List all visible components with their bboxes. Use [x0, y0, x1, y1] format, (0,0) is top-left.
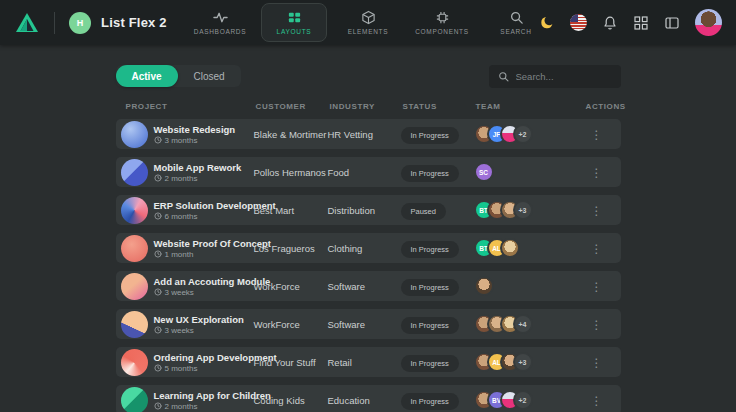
project-duration: 2 months: [154, 174, 254, 183]
us-flag-icon[interactable]: [570, 14, 587, 31]
actions-cell: ⋮: [584, 201, 621, 219]
panel-icon[interactable]: [664, 15, 680, 31]
row-menu-button[interactable]: ⋮: [591, 128, 603, 142]
row-menu-button[interactable]: ⋮: [591, 356, 603, 370]
project-duration: 3 months: [154, 136, 254, 145]
clock-icon: [154, 136, 162, 144]
user-avatar[interactable]: [695, 9, 722, 36]
row-menu-button[interactable]: ⋮: [591, 280, 603, 294]
project-cell: Learning App for Children 2 months: [154, 390, 254, 411]
duration-text: 3 weeks: [165, 288, 194, 297]
team-cell: BV+2: [474, 390, 584, 410]
table-row[interactable]: New UX Exploration 3 weeks WorkForce Sof…: [116, 309, 621, 339]
project-icon-cell: [121, 197, 154, 224]
actions-cell: ⋮: [584, 353, 621, 371]
project-icon-cell: [121, 273, 154, 300]
project-duration: 2 months: [154, 402, 254, 411]
app-logo-icon[interactable]: [14, 10, 40, 36]
status-badge: In Progress: [401, 165, 459, 182]
table-row[interactable]: Learning App for Children 2 months Codin…: [116, 385, 621, 412]
topbar: H List Flex 2 DASHBOARDS LAYOUTS ELEMENT…: [0, 0, 736, 45]
chip-icon: [435, 10, 450, 25]
team-overflow-count: +2: [513, 390, 533, 410]
team-cell: +4: [474, 314, 584, 334]
table-row[interactable]: Website Proof Of Concept 1 month Los Fra…: [116, 233, 621, 263]
team-cell: AL+3: [474, 352, 584, 372]
duration-text: 3 weeks: [165, 326, 194, 335]
project-icon: [121, 235, 148, 262]
row-menu-button[interactable]: ⋮: [591, 204, 603, 218]
main-nav: DASHBOARDS LAYOUTS ELEMENTS COMPONENTS: [187, 0, 549, 45]
nav-item-elements[interactable]: ELEMENTS: [335, 3, 401, 42]
col-header-industry: INDUSTRY: [330, 102, 403, 111]
row-menu-button[interactable]: ⋮: [591, 166, 603, 180]
project-cell: Website Redesign 3 months: [154, 124, 254, 145]
actions-cell: ⋮: [584, 315, 621, 333]
actions-cell: ⋮: [584, 239, 621, 257]
filter-active-button[interactable]: Active: [116, 65, 178, 87]
list-controls: Active Closed: [116, 64, 621, 88]
status-badge: In Progress: [401, 393, 459, 410]
status-cell: In Progress: [401, 352, 474, 372]
industry-cell: Education: [328, 395, 401, 406]
team-avatar-photo: [474, 276, 494, 296]
project-cell: Mobile App Rework 2 months: [154, 162, 254, 183]
actions-cell: ⋮: [584, 125, 621, 143]
bell-icon[interactable]: [602, 15, 618, 31]
duration-text: 3 months: [165, 136, 198, 145]
nav-item-search[interactable]: SEARCH: [483, 3, 549, 42]
project-name: Learning App for Children: [154, 390, 254, 402]
grid-icon: [287, 10, 302, 25]
nav-item-components[interactable]: COMPONENTS: [409, 3, 475, 42]
table-row[interactable]: Add an Accouting Module 3 weeks WorkForc…: [116, 271, 621, 301]
status-badge: In Progress: [401, 317, 459, 334]
industry-cell: Clothing: [328, 243, 401, 254]
team-cell: BTAL: [474, 238, 584, 258]
page-title: List Flex 2: [101, 15, 167, 30]
team-overflow-count: +2: [513, 124, 533, 144]
clock-icon: [154, 174, 162, 182]
industry-cell: Distribution: [328, 205, 401, 216]
topbar-actions: [540, 9, 722, 36]
clock-icon: [154, 364, 162, 372]
project-cell: New UX Exploration 3 weeks: [154, 314, 254, 335]
team-overflow-count: +3: [513, 352, 533, 372]
customer-cell: Best Mart: [254, 205, 328, 216]
duration-text: 2 months: [165, 402, 198, 411]
project-duration: 6 months: [154, 212, 254, 221]
clock-icon: [154, 288, 162, 296]
row-menu-button[interactable]: ⋮: [591, 318, 603, 332]
status-filter-toggle: Active Closed: [116, 65, 241, 87]
industry-cell: Retail: [328, 357, 401, 368]
apps-grid-icon[interactable]: [633, 15, 649, 31]
workspace-badge[interactable]: H: [69, 12, 91, 34]
project-name: Website Redesign: [154, 124, 254, 136]
row-menu-button[interactable]: ⋮: [591, 394, 603, 408]
search-icon: [498, 71, 509, 82]
nav-label: ELEMENTS: [348, 28, 389, 35]
project-icon: [121, 121, 148, 148]
project-name: Mobile App Rework: [154, 162, 254, 174]
project-icon: [121, 273, 148, 300]
search-input[interactable]: [516, 71, 612, 82]
nav-item-dashboards[interactable]: DASHBOARDS: [187, 3, 253, 42]
industry-cell: Software: [328, 319, 401, 330]
nav-item-layouts[interactable]: LAYOUTS: [261, 3, 327, 42]
clock-icon: [154, 402, 162, 410]
status-badge: In Progress: [401, 127, 459, 144]
table-row[interactable]: Ordering App Development 5 months Find Y…: [116, 347, 621, 377]
filter-closed-button[interactable]: Closed: [178, 65, 241, 87]
industry-cell: Food: [328, 167, 401, 178]
row-menu-button[interactable]: ⋮: [591, 242, 603, 256]
duration-text: 2 months: [165, 174, 198, 183]
team-cell: BT+3: [474, 200, 584, 220]
team-avatar-initials: SC: [474, 162, 494, 182]
table-row[interactable]: Mobile App Rework 2 months Pollos Herman…: [116, 157, 621, 187]
project-duration: 1 month: [154, 250, 254, 259]
search-box[interactable]: [489, 65, 621, 88]
status-badge: Paused: [401, 203, 446, 220]
col-header-actions: ACTIONS: [586, 102, 634, 111]
table-row[interactable]: ERP Solution Development 6 months Best M…: [116, 195, 621, 225]
table-row[interactable]: Website Redesign 3 months Blake & Mortim…: [116, 119, 621, 149]
status-cell: In Progress: [401, 276, 474, 296]
